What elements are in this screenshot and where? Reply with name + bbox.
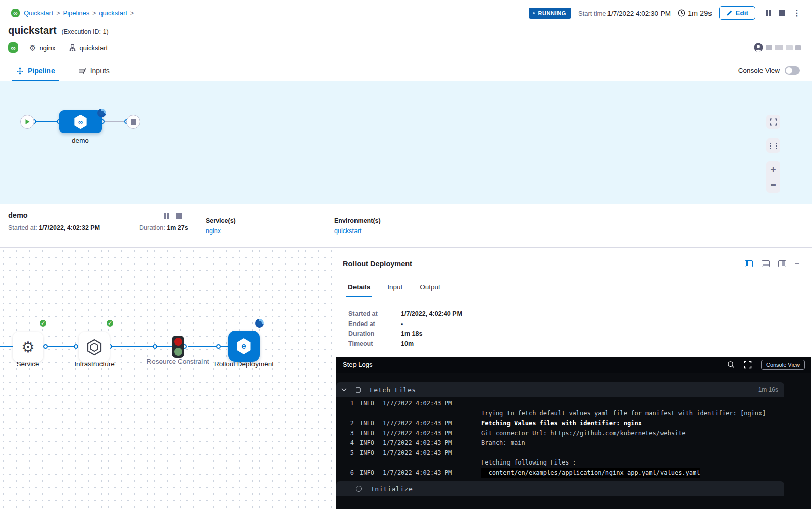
log-lines: 1INFO1/7/2022 4:02:43 PM Trying to fetch… [336, 397, 784, 478]
tab-inputs[interactable]: Inputs [76, 67, 112, 81]
tab-input[interactable]: Input [386, 283, 403, 297]
step-node-resource-constraint[interactable] [172, 336, 184, 358]
layout-right-panel-icon[interactable] [745, 260, 753, 267]
service-link[interactable]: nginx [206, 227, 221, 235]
zoom-out-button[interactable]: − [770, 177, 776, 193]
stop-shape-icon [131, 119, 136, 125]
log-section-fetch-files[interactable]: Fetch Files 1m 16s [336, 382, 784, 397]
step-label-infrastructure: Infrastructure [62, 359, 127, 369]
log-line: Trying to fetch default values yaml file… [348, 409, 784, 419]
layout-split-panel-icon[interactable] [778, 260, 786, 267]
running-spinner-badge [97, 109, 106, 117]
detail-value: - [401, 319, 403, 330]
step-node-infrastructure[interactable] [79, 332, 110, 362]
stop-execution-icon[interactable] [779, 10, 785, 16]
stop-stage-icon[interactable] [176, 213, 182, 219]
detail-row: Duration1m 18s [348, 329, 811, 339]
stage-name: demo [8, 211, 139, 219]
step-logs-body[interactable]: Fetch Files 1m 16s 1INFO1/7/2022 4:02:43… [336, 373, 811, 509]
more-options-icon[interactable]: ⋮ [793, 10, 801, 16]
log-line: Fetching following Files : [348, 458, 784, 468]
fullscreen-button[interactable] [766, 115, 780, 129]
minimize-panel-icon[interactable]: – [795, 261, 799, 266]
inputs-icon [78, 67, 86, 75]
environments-label: Environment(s) [334, 217, 381, 224]
top-header-row: ∞ Quickstart>Pipelines>quickstart> RUNNI… [0, 0, 812, 20]
step-logs-title: Step Logs [343, 361, 373, 368]
step-details: Started at1/7/2022, 4:02:40 PM Ended at-… [336, 297, 811, 357]
pause-execution-icon[interactable] [766, 10, 771, 16]
pipeline-icon [16, 67, 24, 75]
running-spinner-badge [255, 319, 264, 328]
pause-stage-icon[interactable] [164, 213, 169, 219]
expand-logs-icon[interactable] [744, 361, 752, 369]
log-section-initialize[interactable]: Initialize [336, 481, 784, 496]
redacted-text-block [775, 45, 783, 50]
environment-tag[interactable]: quickstart [69, 44, 108, 52]
stage-node-demo[interactable]: ∞ [59, 110, 102, 133]
status-badge: RUNNING [529, 8, 571, 19]
breadcrumb-pipelines-link[interactable]: Pipelines [63, 9, 90, 17]
step-detail-panel: Rollout Deployment – Details Input Outpu… [336, 248, 811, 509]
detail-label: Timeout [348, 339, 401, 349]
step-node-rollout-deployment[interactable]: e [228, 331, 260, 362]
infrastructure-hexagon-icon [86, 339, 103, 356]
redacted-text-block [795, 45, 801, 50]
breadcrumb-separator: > [130, 10, 134, 17]
execution-id: (Execution ID: 1) [62, 28, 109, 35]
execution-graph-canvas[interactable]: ⚙ ✓ Service ✓ Infrastructure Resource Co… [0, 248, 336, 509]
search-icon[interactable] [727, 361, 735, 368]
detail-row: Ended at- [348, 319, 811, 330]
detail-label: Started at [348, 309, 401, 319]
step-label-resource-constraint: Resource Constraint [145, 357, 211, 367]
app-window: ∞ Quickstart>Pipelines>quickstart> RUNNI… [0, 0, 812, 509]
detail-row: Started at1/7/2022, 4:02:40 PM [348, 309, 811, 319]
start-time: Start time1/7/2022 4:02:30 PM [578, 9, 671, 18]
marquee-icon [770, 143, 777, 149]
breadcrumb: Quickstart>Pipelines>quickstart> [24, 9, 137, 17]
detail-value: 1m 18s [401, 329, 422, 339]
success-check-badge: ✓ [106, 319, 114, 328]
logs-console-view-button[interactable]: Console View [761, 360, 805, 370]
services-label: Service(s) [206, 217, 325, 224]
select-region-button[interactable] [766, 138, 780, 153]
stage-info-bar: demo Started at: 1/7/2022, 4:02:32 PM Du… [0, 204, 812, 248]
edit-button[interactable]: Edit [719, 6, 756, 20]
tab-pipeline[interactable]: Pipeline [14, 67, 57, 81]
duration-label: Duration: [139, 224, 165, 232]
connector-point [43, 344, 48, 349]
redacted-text-block [786, 45, 793, 50]
log-line: 3INFO1/7/2022 4:02:43 PMGit connector Ur… [348, 429, 784, 439]
section-spinner-icon [354, 387, 361, 393]
harness-cd-module-icon: ∞ [8, 42, 18, 53]
pipeline-end-node[interactable] [126, 115, 140, 129]
service-tag[interactable]: ⚙ nginx [29, 44, 56, 52]
started-at-value: 1/7/2022, 4:02:32 PM [39, 224, 100, 232]
layout-bottom-panel-icon[interactable] [762, 260, 770, 267]
step-node-service[interactable]: ⚙ [13, 332, 43, 362]
zoom-in-button[interactable]: + [770, 161, 776, 177]
pipeline-start-node[interactable] [20, 115, 34, 129]
breadcrumb-pipeline-link[interactable]: quickstart [99, 9, 127, 17]
status-dot-icon [533, 12, 535, 14]
console-view-toggle[interactable] [785, 66, 800, 75]
environment-link[interactable]: quickstart [334, 227, 362, 235]
gear-icon: ⚙ [21, 340, 35, 355]
tab-output[interactable]: Output [419, 283, 441, 297]
connector-point [216, 344, 221, 349]
main-tabbar: Pipeline Inputs Console View [0, 60, 812, 81]
connector-point [153, 344, 157, 349]
tab-details[interactable]: Details [347, 283, 371, 297]
pipeline-graph-canvas[interactable]: ∞ demo + − [0, 81, 812, 204]
zoom-controls: + − [766, 161, 780, 193]
avatar-icon [754, 43, 763, 52]
log-line: 2INFO1/7/2022 4:02:43 PMFetching Values … [348, 419, 784, 429]
section-name: Initialize [371, 485, 413, 493]
step-panel-tabs: Details Input Output [336, 276, 811, 297]
detail-row: Timeout10m [348, 339, 811, 349]
detail-label: Ended at [348, 319, 401, 330]
step-label-rollout-deployment: Rollout Deployment [211, 359, 277, 369]
log-line: 1INFO1/7/2022 4:02:43 PM [348, 399, 784, 409]
breadcrumb-account-link[interactable]: Quickstart [24, 9, 54, 17]
log-link[interactable]: https://github.com/kubernetes/website [550, 429, 685, 439]
